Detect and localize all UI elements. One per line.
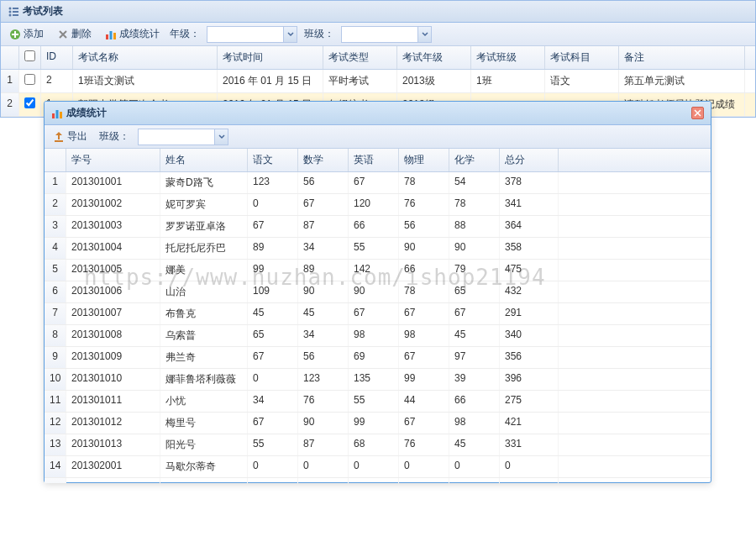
cell-math: 87 [298,434,349,455]
cell-chemistry: 0 [449,478,500,483]
cell-chemistry: 67 [449,303,500,324]
col-type[interactable]: 考试类型 [323,46,397,69]
table-row[interactable]: 10201301010娜菲鲁塔利薇薇01231359939396 [45,369,711,391]
col-remark[interactable]: 备注 [619,46,745,69]
cell-total: 275 [500,391,559,412]
cell-physics: 98 [399,325,449,346]
col-subject[interactable]: 考试科目 [545,46,619,69]
col-total[interactable]: 总分 [500,149,559,171]
class-filter-combo[interactable] [341,26,432,43]
grade-filter-combo[interactable] [207,26,297,43]
chevron-down-icon[interactable] [214,129,228,145]
cell-total: 0 [500,456,559,477]
svg-point-0 [9,7,12,9]
table-row[interactable]: 9201301009弗兰奇6756696797356 [45,347,711,369]
table-row[interactable]: 121班语文测试2016 年 01 月 15 日平时考试2013级1班语文第五单… [1,70,755,93]
grade-filter-label: 年级： [170,27,200,41]
cell-english: 66 [349,216,399,237]
cell-math: 76 [298,391,349,412]
cell-chemistry: 88 [449,216,500,237]
chevron-down-icon[interactable] [417,27,431,42]
cell-english: 68 [349,434,399,455]
table-row[interactable]: 3201301003罗罗诺亚卓洛6787665688364 [45,216,711,238]
close-button[interactable] [691,107,704,119]
table-row[interactable]: 2201301002妮可罗宾0671207678341 [45,194,711,216]
class-filter-input[interactable] [342,27,417,42]
cell-total: 331 [500,434,559,455]
modal-grid[interactable]: 学号 姓名 语文 数学 英语 物理 化学 总分 1201301001蒙奇D路飞1… [45,149,711,483]
add-button[interactable]: 添加 [6,25,47,43]
cell-chemistry: 39 [449,369,500,390]
grid-header: ID 考试名称 考试时间 考试类型 考试年级 考试班级 考试科目 备注 [1,46,755,70]
exam-list-panel: 考试列表 添加 删除 成绩统计 年级： 班级： ID 考试名称 考试时间 [0,0,756,118]
col-id[interactable]: ID [41,46,73,69]
grade-filter-input[interactable] [207,27,283,42]
svg-rect-9 [113,33,116,39]
svg-rect-12 [60,112,62,118]
col-english[interactable]: 英语 [349,149,399,171]
modal-header[interactable]: 成绩统计 [45,102,711,125]
export-button[interactable]: 导出 [50,128,91,145]
cell-math: 34 [298,325,349,346]
col-physics[interactable]: 物理 [399,149,449,171]
cell-class: 1班 [471,70,545,92]
table-row[interactable]: 15201302002范奥卡000000 [45,478,711,483]
cell-physics: 78 [399,172,449,193]
stats-button[interactable]: 成绩统计 [102,25,163,43]
chevron-down-icon[interactable] [283,27,297,42]
cell-physics: 90 [399,238,449,259]
cell-total: 475 [500,260,559,281]
table-row[interactable]: 13201301013阳光号5587687645331 [45,434,711,456]
cell-sid: 201301013 [66,434,160,455]
cell-english: 120 [349,194,399,215]
rownum: 10 [45,369,66,390]
cell-name: 罗罗诺亚卓洛 [160,216,248,237]
table-row[interactable]: 6201301006山治10990907865432 [45,281,711,303]
cell-total: 432 [500,281,559,302]
col-name[interactable]: 考试名称 [73,46,218,69]
cell-chemistry: 45 [449,325,500,346]
cell-english: 142 [349,260,399,281]
table-row[interactable]: 7201301007布鲁克4545676767291 [45,303,711,325]
svg-rect-7 [106,34,108,39]
table-row[interactable]: 11201301011小忧3476554466275 [45,391,711,413]
row-checkbox[interactable] [19,93,41,116]
cell-sid: 201301001 [66,172,160,193]
table-row[interactable]: 5201301005娜美99891426679475 [45,260,711,281]
col-time[interactable]: 考试时间 [218,46,323,69]
cell-name: 小忧 [160,391,248,412]
row-checkbox[interactable] [19,70,41,92]
table-row[interactable]: 4201301004托尼托尼乔巴8934559090358 [45,238,711,260]
col-chemistry[interactable]: 化学 [449,149,500,171]
table-row[interactable]: 14201302001马歇尔蒂奇000000 [45,456,711,478]
col-sid[interactable]: 学号 [66,149,160,171]
col-chinese[interactable]: 语文 [248,149,298,171]
col-student-name[interactable]: 姓名 [160,149,248,171]
cell-type: 平时考试 [323,70,397,92]
cell-total: 291 [500,303,559,324]
cell-sid: 201302001 [66,456,160,477]
add-label: 添加 [24,27,44,41]
svg-rect-10 [52,113,55,118]
col-class[interactable]: 考试班级 [471,46,545,69]
delete-button[interactable]: 删除 [54,25,95,43]
table-row[interactable]: 12201301012梅里号6790996798421 [45,413,711,434]
table-row[interactable]: 8201301008乌索普6534989845340 [45,325,711,347]
checkbox-header[interactable] [19,46,41,69]
rownum: 13 [45,434,66,455]
cell-physics: 76 [399,434,449,455]
table-row[interactable]: 1201301001蒙奇D路飞12356677854378 [45,172,711,194]
cell-math: 89 [298,260,349,281]
col-math[interactable]: 数学 [298,149,349,171]
rownum: 2 [1,93,19,116]
modal-class-label: 班级： [99,129,129,144]
modal-class-combo[interactable] [138,129,228,145]
col-grade[interactable]: 考试年级 [397,46,471,69]
cell-chemistry: 65 [449,281,500,302]
cell-sid: 201301011 [66,391,160,412]
cell-name: 妮可罗宾 [160,194,248,215]
cell-physics: 66 [399,260,449,281]
modal-class-input[interactable] [139,129,214,145]
cell-chinese: 65 [248,325,298,346]
cell-chinese: 0 [248,456,298,477]
